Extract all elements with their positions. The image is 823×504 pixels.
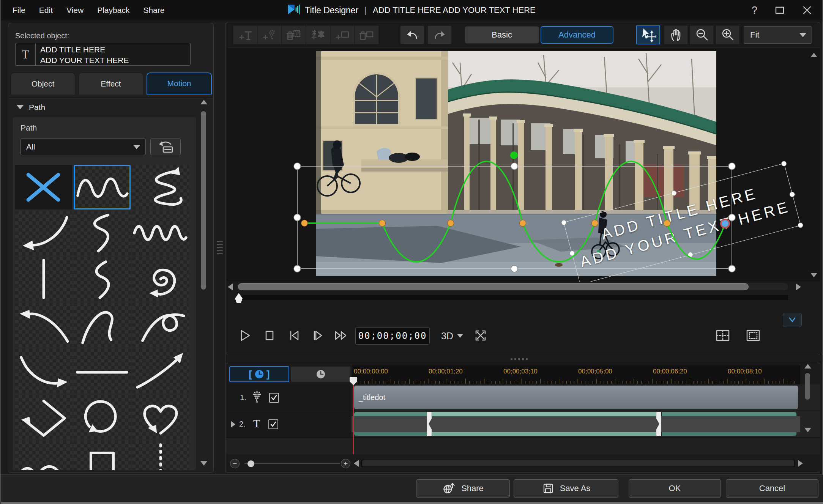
scroll-down-icon[interactable] <box>810 273 817 277</box>
save-as-button[interactable]: Save As <box>514 479 618 498</box>
help-icon[interactable]: ? <box>752 5 757 16</box>
basic-mode-button[interactable]: Basic <box>465 26 539 44</box>
path-thumb-double-arc[interactable] <box>15 441 72 470</box>
scroll-up-icon[interactable] <box>200 100 207 104</box>
panel-splitter[interactable] <box>214 23 226 473</box>
path-thumb-diamond-loop[interactable] <box>15 395 72 439</box>
timeline-ruler[interactable]: 00;00;00;0000;00;01;2000;00;03;1000;00;0… <box>352 365 800 384</box>
path-thumb-arc-arrow-upper-left[interactable] <box>15 303 72 347</box>
path-thumb-horizontal-line[interactable] <box>74 349 131 393</box>
path-category-dropdown[interactable]: All <box>20 139 146 155</box>
undo-button[interactable] <box>400 25 424 44</box>
tv-safe-zone-button[interactable] <box>714 327 731 344</box>
fast-forward-button[interactable] <box>333 327 349 344</box>
path-thumb-vertical-line[interactable] <box>15 257 72 301</box>
clip--titledot[interactable]: _titledot <box>354 385 798 410</box>
scrollbar-thumb[interactable] <box>362 460 794 466</box>
zoom-out-tool-icon[interactable] <box>690 25 714 44</box>
redo-button[interactable] <box>427 25 452 44</box>
selected-object-box[interactable]: T ADD TITLE HERE ADD YOUR TEXT HERE <box>15 43 191 66</box>
delete-image-button[interactable] <box>355 25 379 44</box>
select-move-tool-icon[interactable] <box>636 25 660 44</box>
path-thumb-swoosh-arrow-left[interactable] <box>15 211 72 255</box>
path-section-header[interactable]: Path <box>8 98 213 117</box>
scroll-right-icon[interactable] <box>798 460 803 467</box>
insert-effect-button[interactable] <box>306 25 330 44</box>
zoom-level-dropdown[interactable]: Fit <box>744 26 812 44</box>
path-panel-scrollbar[interactable] <box>200 98 208 468</box>
path-thumb-heart-loop[interactable] <box>132 395 189 439</box>
stage-vertical-scrollbar[interactable] <box>810 53 818 277</box>
scrollbar-thumb[interactable] <box>238 283 749 290</box>
menu-view[interactable]: View <box>66 6 84 15</box>
path-thumb-dashed-arrow-down[interactable] <box>132 441 189 470</box>
next-frame-button[interactable] <box>309 327 326 344</box>
path-thumb-tall-loop[interactable] <box>74 303 131 347</box>
close-icon[interactable] <box>802 5 812 15</box>
title-box-handle[interactable] <box>797 222 804 228</box>
menu-playback[interactable]: Playback <box>97 6 129 15</box>
timeline-horizontal-scrollbar[interactable] <box>361 460 795 467</box>
zoom-out-timeline-button[interactable]: − <box>230 459 240 468</box>
expand-track-icon[interactable] <box>231 421 235 428</box>
insert-particle-button[interactable] <box>257 25 282 44</box>
path-thumb-spiral[interactable] <box>132 257 189 301</box>
trim-marker-icon[interactable] <box>235 293 243 303</box>
clip-time-mode-button[interactable]: [ ] <box>229 366 289 382</box>
zoom-slider-thumb[interactable] <box>248 460 254 467</box>
tab-object[interactable]: Object <box>11 72 75 94</box>
maximize-icon[interactable] <box>775 5 785 15</box>
path-thumb-no-path[interactable] <box>15 165 72 209</box>
ok-button[interactable]: OK <box>629 479 721 498</box>
insert-text-button[interactable] <box>233 25 257 44</box>
fullscreen-button[interactable] <box>472 327 489 344</box>
reverse-path-button[interactable] <box>150 139 181 155</box>
collapse-preview-button[interactable] <box>783 313 802 327</box>
track-1-lane[interactable]: _titledot <box>352 384 820 411</box>
menu-file[interactable]: File <box>13 6 25 15</box>
path-thumb-swoosh-arrow-down-right[interactable] <box>15 349 72 393</box>
menu-edit[interactable]: Edit <box>39 6 53 15</box>
trim-marker-strip[interactable] <box>226 292 820 304</box>
scroll-left-icon[interactable] <box>228 284 233 290</box>
title-box-handle[interactable] <box>780 161 787 167</box>
previous-frame-button[interactable] <box>285 327 302 344</box>
scroll-down-icon[interactable] <box>804 428 811 432</box>
path-thumb-circle-loop[interactable] <box>74 395 131 439</box>
path-thumb-swoosh-arrow-upper-right[interactable] <box>132 349 189 393</box>
play-button[interactable] <box>236 327 253 344</box>
menu-share[interactable]: Share <box>143 6 164 15</box>
scrollbar-thumb[interactable] <box>805 373 810 400</box>
boundaries-button[interactable] <box>745 327 762 344</box>
timecode-field[interactable]: 00;00;00;00 <box>355 327 430 345</box>
path-thumb-coil-ascending[interactable] <box>132 165 189 209</box>
path-thumb-snake-curve-2[interactable] <box>74 257 131 301</box>
delete-particle-button[interactable] <box>282 25 306 44</box>
cancel-button[interactable]: Cancel <box>726 479 818 498</box>
movie-time-mode-button[interactable] <box>291 366 351 382</box>
scroll-right-icon[interactable] <box>796 284 801 290</box>
timeline-vertical-scrollbar[interactable] <box>803 364 812 432</box>
scroll-down-icon[interactable] <box>200 461 207 466</box>
tab-effect[interactable]: Effect <box>79 72 143 94</box>
path-thumb-snake-curve[interactable] <box>74 211 131 255</box>
advanced-mode-button[interactable]: Advanced <box>541 26 613 44</box>
3d-mode-dropdown[interactable]: 3D <box>441 327 463 345</box>
timeline-zoom-slider[interactable] <box>244 463 340 464</box>
scrollbar-thumb[interactable] <box>201 111 206 290</box>
title-box-handle[interactable] <box>789 191 795 198</box>
path-thumb-small-sine-wave[interactable] <box>132 211 189 255</box>
stage-horizontal-scrollbar[interactable] <box>226 282 820 292</box>
pan-hand-tool-icon[interactable] <box>664 25 688 44</box>
scroll-left-icon[interactable] <box>354 460 359 467</box>
preview-stage[interactable]: ADD TITLE HERE ADD YOUR TEXT HERE <box>226 47 820 282</box>
scroll-up-icon[interactable] <box>804 364 811 369</box>
path-thumb-ribbon-loop[interactable] <box>132 303 189 347</box>
track-enabled-checkbox[interactable] <box>269 393 279 403</box>
path-thumb-gate-with-arrow[interactable] <box>74 441 131 470</box>
insert-image-button[interactable] <box>330 25 355 44</box>
zoom-in-tool-icon[interactable] <box>716 25 739 44</box>
timeline-drag-handle-icon[interactable] <box>511 358 528 360</box>
stop-button[interactable] <box>261 327 278 344</box>
path-thumb-sine-wave-selected[interactable] <box>74 165 131 209</box>
